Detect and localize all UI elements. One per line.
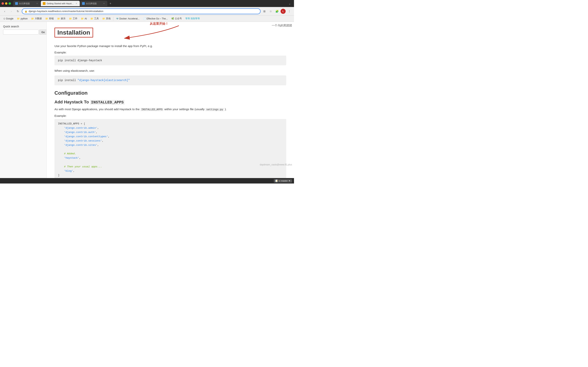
go-button[interactable]: Go [39, 30, 47, 35]
tab-close-1[interactable]: ✕ [36, 2, 39, 5]
bookmark-python[interactable]: 📁 python [15, 17, 29, 21]
tab-label-3: 白日梦想园 [86, 2, 101, 5]
back-button[interactable]: ‹ [2, 8, 7, 14]
folder-icon-frontend: 📁 [45, 17, 48, 20]
installed-apps-code-block: INSTALLED_APPS = [ 'django.contrib.admin… [54, 119, 286, 178]
tab-close-2[interactable]: ✕ [75, 2, 78, 5]
page-content: Quick search Go 一个乌的黑团团 从这里开始！ [0, 22, 294, 178]
toolbar: ‹ › ↻ 🔒 django-haystack.readthedocs.io/e… [0, 7, 294, 16]
install-description: Use your favorite Python package manager… [54, 44, 286, 48]
pip-command-block: pip install django-haystack [54, 56, 286, 65]
bookmark-tools[interactable]: 📁 工具 [89, 16, 100, 21]
bookmark-label-extra: 等等 别别等等 [185, 17, 200, 20]
bookmark-work[interactable]: 📁 工作 [67, 16, 79, 21]
bookmark-google[interactable]: G Google [2, 17, 15, 21]
example-label-2: Example: [54, 114, 286, 117]
installed-apps-inline-code: INSTALLED_APPS [140, 108, 164, 111]
bookmark-label-docker: Docker: Accelerat... [119, 17, 140, 20]
version-chevron: ▼ [288, 180, 291, 182]
tab-1[interactable]: 白日梦想园 ✕ [13, 1, 41, 6]
code-line-blank1 [58, 147, 283, 152]
bookmark-docker[interactable]: 🐳 Docker: Accelerat... [114, 17, 141, 21]
new-tab-button[interactable]: + [108, 1, 113, 6]
code-line-5: 'django.contrib.sessions', [58, 139, 283, 143]
bookmark-label-entertainment: 娱乐 [61, 17, 66, 20]
bookmark-extra[interactable]: 等等 别别等等 [184, 16, 202, 21]
bookmark-separator-1 [113, 17, 113, 20]
bookmark-other[interactable]: 📁 其他 [101, 16, 112, 21]
bottom-bar: 📝 v: master ▼ [0, 178, 294, 184]
code-line-3: 'django.contrib.auth', [58, 130, 283, 134]
add-haystack-heading: Add Haystack To INSTALLED_APPS [54, 100, 286, 105]
star-icon[interactable]: ☆ [268, 8, 273, 14]
search-input[interactable] [3, 30, 39, 35]
forward-button[interactable]: › [8, 8, 14, 14]
code-line-4: 'django.contrib.contenttypes', [58, 134, 283, 139]
maximize-button[interactable] [8, 2, 11, 5]
tab-2[interactable]: Getting Started with Haystack... ✕ [41, 1, 80, 6]
add-haystack-desc3: ). [225, 108, 227, 111]
version-icon: 📝 [275, 180, 278, 182]
bookmark-bigdata[interactable]: 📁 大数据 [30, 16, 43, 21]
search-row: Go [3, 30, 43, 35]
quick-search-label: Quick search [3, 25, 43, 28]
folder-icon-tools: 📁 [90, 17, 93, 20]
title-bar: 白日梦想园 ✕ Getting Started with Haystack...… [0, 0, 294, 7]
avatar: L [281, 9, 286, 14]
pip-elastic-block: pip install "django-haystack[elasticsear… [54, 75, 286, 85]
tab-label-2: Getting Started with Haystack... [47, 2, 74, 5]
pip-elastic-pre: pip install [58, 79, 78, 82]
menu-button[interactable]: ⋮ [287, 8, 292, 14]
bookmark-wechat[interactable]: 🌿 公众号 [170, 16, 183, 21]
folder-icon-work: 📁 [69, 17, 72, 20]
tab-favicon-2 [43, 2, 45, 5]
folder-icon-other: 📁 [102, 17, 105, 20]
go-icon: 📄 [143, 17, 146, 20]
add-haystack-desc2: within your settings file (usually [164, 108, 205, 111]
installation-heading: Installation [54, 28, 93, 38]
profile-icon[interactable]: L [280, 8, 286, 14]
tab-3[interactable]: 白日梦想园 ✕ [80, 1, 107, 6]
folder-icon-bigdata: 📁 [31, 17, 34, 20]
add-haystack-text: Add Haystack To [54, 100, 89, 104]
add-haystack-desc1: As with most Django applications, you sh… [54, 108, 140, 111]
lock-icon: 🔒 [25, 10, 27, 13]
version-label: v: master [279, 180, 288, 182]
code-line-7: # Added. [58, 152, 283, 156]
code-line-2: 'django.contrib.admin', [58, 126, 283, 130]
bookmark-label-work: 工作 [73, 17, 77, 20]
tab-close-3[interactable]: ✕ [103, 2, 105, 5]
address-bar[interactable]: 🔒 django-haystack.readthedocs.io/en/mast… [22, 8, 260, 14]
toolbar-actions: ⊞ ☆ 🧩 L ⋮ [262, 8, 292, 14]
example-label-1: Example: [54, 51, 286, 54]
main-documentation: 一个乌的黑团团 从这里开始！ Installation Us [47, 22, 294, 178]
bookmark-entertainment[interactable]: 📁 娱乐 [56, 16, 67, 21]
black-team-annotation: 一个乌的黑团团 [272, 24, 292, 27]
folder-icon-ai: 📁 [81, 17, 84, 20]
bookmark-ai[interactable]: 📁 AI [79, 17, 88, 21]
code-line-11: ] [58, 173, 283, 177]
minimize-button[interactable] [5, 2, 7, 5]
folder-icon-entertainment: 📁 [57, 17, 60, 20]
bookmark-label-frontend: 前端 [49, 17, 54, 20]
window-menu-button[interactable]: ⌄ [287, 1, 293, 6]
bookmark-label-other: 其他 [106, 17, 111, 20]
install-description-text: Use your favorite Python package manager… [54, 44, 153, 48]
bookmark-frontend[interactable]: 📁 前端 [44, 16, 55, 21]
traffic-lights [1, 2, 11, 5]
tab-label-1: 白日梦想园 [19, 2, 35, 5]
bookmark-effective-go[interactable]: 📄 Effective Go – The... [142, 17, 169, 21]
docker-icon: 🐳 [116, 17, 119, 20]
close-button[interactable] [1, 2, 4, 5]
translate-icon[interactable]: ⊞ [262, 8, 267, 14]
bookmark-label-tools: 工具 [94, 17, 99, 20]
extensions-icon[interactable]: 🧩 [274, 8, 280, 14]
bookmark-label-wechat: 公众号 [175, 17, 182, 20]
watermark: daydream_oasis@www.吃.plus [260, 163, 292, 167]
code-line-8: 'haystack', [58, 156, 283, 160]
browser-frame: 白日梦想园 ✕ Getting Started with Haystack...… [0, 0, 294, 184]
configuration-heading: Configuration [54, 90, 286, 96]
refresh-button[interactable]: ↻ [15, 8, 21, 14]
code-line-1: INSTALLED_APPS = [ [58, 122, 283, 126]
version-badge[interactable]: 📝 v: master ▼ [274, 179, 292, 183]
